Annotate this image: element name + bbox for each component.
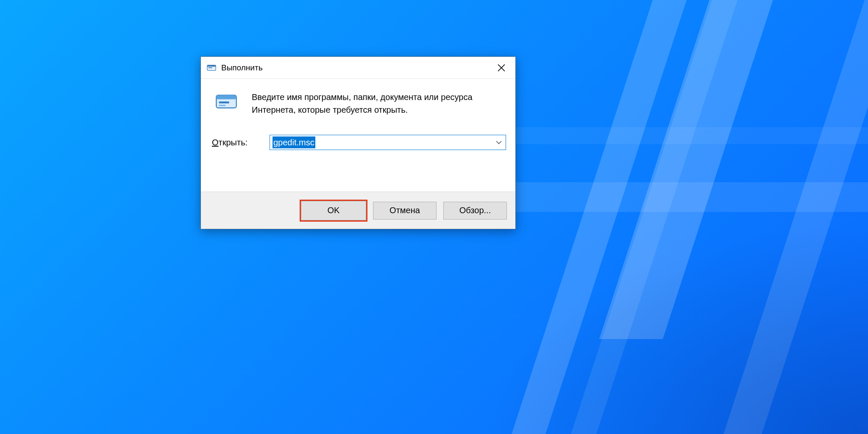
button-bar: OK Отмена Обзор...	[201, 192, 515, 229]
ok-button[interactable]: OK	[301, 201, 366, 220]
svg-rect-2	[209, 67, 212, 68]
svg-rect-6	[216, 95, 236, 100]
run-icon	[207, 63, 216, 72]
titlebar[interactable]: Выполнить	[201, 57, 515, 79]
cancel-button[interactable]: Отмена	[373, 202, 437, 220]
run-icon-large	[214, 92, 238, 112]
bg-vignette	[487, 222, 868, 434]
close-icon	[498, 64, 505, 72]
chevron-down-icon[interactable]	[495, 139, 502, 146]
close-button[interactable]	[489, 57, 514, 78]
svg-rect-7	[219, 102, 229, 103]
run-dialog: Выполнить Введите имя	[200, 56, 516, 229]
dialog-body: Введите имя программы, папки, документа …	[201, 79, 515, 192]
svg-rect-8	[219, 105, 225, 106]
open-input[interactable]: gpedit.msc	[270, 135, 506, 150]
bg-beam	[475, 182, 868, 212]
browse-button[interactable]: Обзор...	[443, 202, 507, 220]
bg-beam	[475, 127, 868, 144]
svg-rect-1	[207, 65, 216, 67]
dialog-description: Введите имя программы, папки, документа …	[252, 91, 481, 116]
open-input-value: gpedit.msc	[273, 136, 315, 148]
dialog-title: Выполнить	[221, 63, 263, 72]
open-label: Открыть:	[212, 138, 258, 147]
desktop-background: Выполнить Введите имя	[0, 0, 868, 434]
